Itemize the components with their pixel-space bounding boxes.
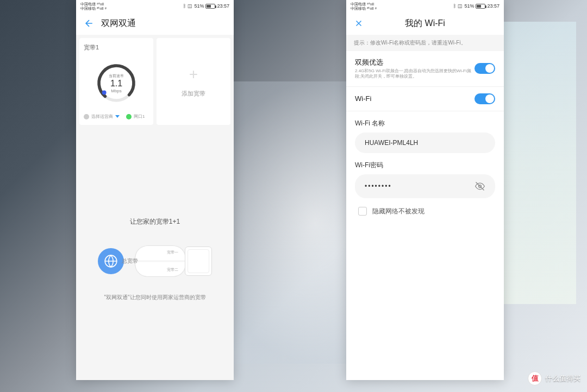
status-bar: 中国电信 ⁴⁶ııll 中国移动 ²⁶ııll ᯤ ᛒ ◫ 51% 23:57 xyxy=(346,0,504,12)
total-bandwidth-label: 总宽带 xyxy=(122,257,138,265)
header: 我的 Wi-Fi xyxy=(346,12,504,35)
dual-band-title: 双频优选 xyxy=(355,58,474,67)
watermark-badge: 值 xyxy=(528,371,542,385)
svg-point-2 xyxy=(102,91,107,95)
watermark: 值 什么值得买 xyxy=(528,371,580,385)
clock: 23:57 xyxy=(487,3,499,9)
battery-icon xyxy=(205,4,215,9)
page-title: 双网双通 xyxy=(101,18,136,29)
status-bar: 中国电信 ⁴⁶ııll 中国移动 ²⁶ııll ᯤ ᛒ ◫ 51% 23:57 xyxy=(76,0,234,12)
wifi-name-value: HUAWEI-PML4LH xyxy=(365,139,418,147)
content-area: 提示：修改Wi-Fi名称或密码后，请重连Wi-Fi。 双频优选 2.4G和5G … xyxy=(346,35,504,380)
battery-percent: 51% xyxy=(464,3,474,9)
hide-network-row[interactable]: 隐藏网络不被发现 xyxy=(346,198,504,225)
plus-icon: + xyxy=(189,66,198,83)
carrier-1: 中国电信 ⁴⁶ııll xyxy=(351,2,378,6)
promo-title: 让您家的宽带1+1 xyxy=(79,217,230,226)
left-phone-screen: 中国电信 ⁴⁶ııll 中国移动 ²⁶ııll ᯤ ᛒ ◫ 51% 23:57 … xyxy=(76,0,234,380)
vibrate-icon: ◫ xyxy=(458,3,463,9)
page-title: 我的 Wi-Fi xyxy=(405,18,445,29)
chevron-down-icon[interactable] xyxy=(115,115,120,118)
carrier-dot-icon xyxy=(84,114,89,119)
content-area: 宽带1 当前速率 1.1 Mbps xyxy=(76,35,234,380)
battery-icon xyxy=(476,4,485,9)
watermark-text: 什么值得买 xyxy=(545,374,580,383)
battery-percent: 51% xyxy=(194,3,204,9)
dual-band-toggle[interactable] xyxy=(474,63,495,74)
wifi-name-label: Wi-Fi 名称 xyxy=(346,111,504,132)
port-label: 网口1 xyxy=(134,113,145,119)
globe-icon xyxy=(104,254,118,268)
carrier-select[interactable]: 选择运营商 xyxy=(91,113,113,119)
right-phone-screen: 中国电信 ⁴⁶ııll 中国移动 ²⁶ııll ᯤ ᛒ ◫ 51% 23:57 … xyxy=(346,0,504,380)
bluetooth-icon: ᛒ xyxy=(453,3,456,9)
globe-badge xyxy=(98,248,124,274)
gauge-value: 1.1 xyxy=(109,79,124,88)
wifi-password-input[interactable]: •••••••• xyxy=(355,174,495,198)
card-title: 宽带1 xyxy=(84,43,149,52)
hide-network-label: 隐藏网络不被发现 xyxy=(372,207,424,216)
hide-network-checkbox[interactable] xyxy=(358,207,367,216)
broadband-card-1[interactable]: 宽带1 当前速率 1.1 Mbps xyxy=(79,38,153,125)
wifi-label: Wi-Fi xyxy=(355,94,371,103)
promo-section: 让您家的宽带1+1 总宽带 宽带一 宽带二 "双网双通"让您同时使用两家运营商的… xyxy=(79,217,230,301)
wifi-password-value: •••••••• xyxy=(365,182,392,190)
port-status-icon xyxy=(126,114,132,119)
gauge-unit: Mbps xyxy=(109,88,124,93)
router-icon xyxy=(185,246,212,276)
add-broadband-card[interactable]: + 添加宽带 xyxy=(157,38,230,125)
line2-label: 宽带二 xyxy=(167,267,178,273)
dual-band-desc: 2.4G和5G Wi-Fi双频合一,路由器自动为您选择更快的Wi-Fi频段;关闭… xyxy=(355,68,474,80)
carrier-1: 中国电信 ⁴⁶ııll xyxy=(80,2,108,6)
speed-gauge: 当前速率 1.1 Mbps xyxy=(95,61,138,105)
vibrate-icon: ◫ xyxy=(188,3,192,9)
back-arrow-icon[interactable] xyxy=(84,18,95,29)
dual-band-row: 双频优选 2.4G和5G Wi-Fi双频合一,路由器自动为您选择更快的Wi-Fi… xyxy=(346,51,504,87)
close-icon[interactable] xyxy=(354,18,364,28)
wifi-row: Wi-Fi xyxy=(346,87,504,111)
clock: 23:57 xyxy=(217,3,229,9)
gauge-label: 当前速率 xyxy=(109,73,124,79)
promo-graphic: 总宽带 宽带一 宽带二 xyxy=(79,239,230,283)
header: 双网双通 xyxy=(76,12,234,35)
wifi-password-label: Wi-Fi密码 xyxy=(346,153,504,174)
bluetooth-icon: ᛒ xyxy=(183,3,186,9)
carrier-2: 中国移动 ²⁶ııll ᯤ xyxy=(80,7,108,10)
hint-bar: 提示：修改Wi-Fi名称或密码后，请重连Wi-Fi。 xyxy=(346,35,504,51)
carrier-2: 中国移动 ²⁶ııll ᯤ xyxy=(351,7,378,10)
wifi-name-input[interactable]: HUAWEI-PML4LH xyxy=(355,132,495,153)
promo-description: "双网双通"让您同时使用两家运营商的宽带 xyxy=(79,294,230,301)
line1-label: 宽带一 xyxy=(167,250,178,255)
wifi-toggle[interactable] xyxy=(474,93,495,104)
add-label: 添加宽带 xyxy=(182,90,205,98)
eye-off-icon[interactable] xyxy=(474,181,485,192)
